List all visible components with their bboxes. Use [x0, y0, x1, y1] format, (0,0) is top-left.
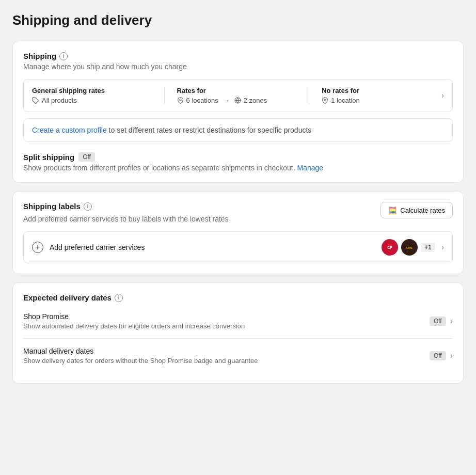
split-shipping-header: Split shipping Off [23, 152, 453, 162]
labels-header-row: Shipping labels i Add preferred carrier … [23, 202, 453, 223]
split-shipping-manage-link[interactable]: Manage [297, 164, 323, 172]
labels-title: Shipping labels [23, 202, 81, 211]
rates-col-2: Rates for 6 locations → 2 zones [164, 87, 297, 104]
shop-promise-row[interactable]: Shop Promise Show automated delivery dat… [23, 304, 453, 339]
shipping-subtitle: Manage where you ship and how much you c… [23, 62, 453, 71]
svg-point-1 [179, 99, 181, 101]
delivery-info-icon[interactable]: i [115, 294, 123, 302]
rates-col-3: No rates for 1 location [309, 87, 441, 104]
svg-point-4 [324, 99, 326, 101]
rates-col-label-1: General shipping rates [32, 87, 152, 94]
carrier-row-chevron: › [441, 243, 444, 252]
arrow-icon: → [223, 97, 230, 104]
delivery-card-header: Expected delivery dates i [23, 293, 453, 302]
canada-post-logo: CP [382, 239, 398, 256]
location-icon-1 [177, 97, 184, 104]
labels-subtitle: Add preferred carrier services to buy la… [23, 215, 229, 223]
manual-delivery-text: Manual delivery dates Show delivery date… [23, 347, 258, 365]
manual-delivery-title: Manual delivery dates [23, 347, 258, 355]
shipping-card-header: Shipping i [23, 52, 453, 60]
shipping-card: Shipping i Manage where you ship and how… [12, 41, 464, 183]
carrier-row-label: Add preferred carrier services [50, 243, 375, 251]
shipping-info-icon[interactable]: i [59, 52, 68, 60]
svg-text:CP: CP [387, 246, 392, 249]
rates-col-value-1: All products [32, 97, 152, 104]
shop-promise-actions: Off › [430, 316, 453, 326]
manual-delivery-desc: Show delivery dates for orders without t… [23, 357, 258, 365]
shop-promise-badge: Off [430, 316, 446, 326]
tag-icon [32, 97, 39, 104]
svg-text:UPS: UPS [406, 246, 412, 249]
manual-delivery-chevron: › [450, 351, 453, 360]
add-carrier-icon: + [32, 242, 43, 253]
shop-promise-text: Shop Promise Show automated delivery dat… [23, 312, 245, 330]
split-shipping-section: Split shipping Off Show products from di… [23, 150, 453, 172]
location-icon-2 [322, 97, 328, 104]
general-rates-row[interactable]: General shipping rates All products Rate… [23, 79, 453, 112]
shop-promise-chevron: › [450, 316, 453, 326]
rates-col-label-3: No rates for [322, 87, 441, 94]
manual-delivery-badge: Off [430, 351, 446, 360]
ups-logo: UPS [401, 239, 418, 256]
page-title: Shipping and delivery [12, 12, 464, 28]
delivery-title: Expected delivery dates [23, 293, 112, 302]
split-shipping-badge: Off [78, 152, 95, 162]
manual-delivery-actions: Off › [430, 351, 453, 360]
expected-delivery-card: Expected delivery dates i Shop Promise S… [12, 282, 464, 384]
carrier-plus-badge: +1 [421, 243, 435, 252]
carrier-logos: CP UPS +1 [382, 239, 435, 256]
create-custom-profile-link[interactable]: Create a custom profile [32, 126, 107, 134]
rates-col-label-2: Rates for [177, 87, 297, 94]
labels-card-header: Shipping labels i [23, 202, 229, 211]
custom-profile-row: Create a custom profile to set different… [23, 118, 453, 142]
carrier-row[interactable]: + Add preferred carrier services CP UPS … [23, 231, 453, 263]
shipping-title: Shipping [23, 52, 56, 60]
calculator-icon: 🧮 [388, 206, 397, 214]
rates-col-value-2: 6 locations → 2 zones [177, 97, 297, 104]
labels-title-group: Shipping labels i Add preferred carrier … [23, 202, 229, 223]
rates-row-chevron: › [441, 91, 444, 100]
labels-info-icon[interactable]: i [84, 202, 92, 211]
split-shipping-desc: Show products from different profiles or… [23, 164, 453, 172]
split-shipping-label: Split shipping [23, 153, 74, 162]
shipping-labels-card: Shipping labels i Add preferred carrier … [12, 191, 464, 274]
shop-promise-desc: Show automated delivery dates for eligib… [23, 322, 245, 330]
zone-icon [234, 97, 241, 104]
shop-promise-title: Shop Promise [23, 312, 245, 321]
manual-delivery-row[interactable]: Manual delivery dates Show delivery date… [23, 339, 453, 373]
rates-col-1: General shipping rates All products [32, 87, 152, 104]
custom-profile-text: to set different rates or restrict desti… [107, 126, 312, 134]
calculate-rates-button[interactable]: 🧮 Calculate rates [380, 202, 453, 218]
rates-col-value-3: 1 location [322, 97, 441, 104]
